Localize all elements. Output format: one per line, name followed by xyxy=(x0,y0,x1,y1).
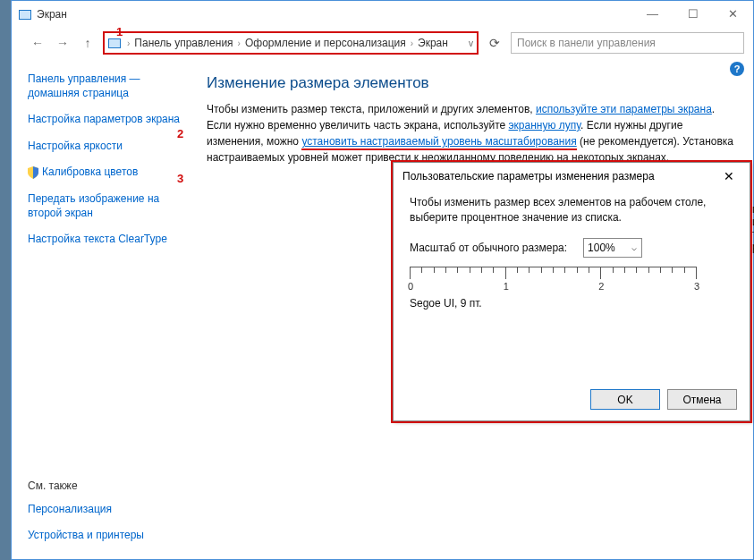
ruler-tick-minor xyxy=(470,267,470,273)
sidebar-item-brightness[interactable]: Настройка яркости xyxy=(28,140,189,154)
sidebar-item-display-params[interactable]: Настройка параметров экрана xyxy=(28,113,189,127)
main: Изменение размера элементов Чтобы измени… xyxy=(199,65,753,559)
forward-button[interactable]: → xyxy=(53,33,72,53)
window-title: Экран xyxy=(37,8,67,21)
external-strip xyxy=(0,0,11,560)
sidebar-item-devices[interactable]: Устройства и принтеры xyxy=(28,529,144,543)
ruler-tick-minor xyxy=(684,267,685,273)
ruler-label: 0 xyxy=(408,281,413,292)
up-button[interactable]: ↑ xyxy=(78,33,97,53)
ruler-tick-minor xyxy=(636,267,637,273)
ruler-label: 1 xyxy=(504,281,509,292)
dialog-body: Чтобы изменить размер всех элементов на … xyxy=(394,190,750,320)
shield-icon xyxy=(28,166,38,179)
maximize-button[interactable]: ☐ xyxy=(673,1,713,26)
ruler-tick-minor xyxy=(613,267,614,273)
sidebar-item-cleartype[interactable]: Настройка текста ClearType xyxy=(28,233,189,247)
link-magnifier[interactable]: экранную лупу xyxy=(509,119,581,132)
breadcrumb-sep: › xyxy=(124,38,132,48)
sidebar-item-label: Калибровка цветов xyxy=(42,165,138,178)
ruler-tick-major xyxy=(696,267,697,279)
ruler-tick-major xyxy=(600,267,601,279)
annotation-1: 1 xyxy=(116,25,123,38)
ruler-tick-minor xyxy=(589,267,589,273)
sidebar: Панель управления — домашняя страница На… xyxy=(12,65,199,559)
scale-select[interactable]: 100% xyxy=(583,238,642,258)
window-controls: — ☐ ✕ xyxy=(632,1,753,26)
ruler-tick-minor xyxy=(553,267,554,273)
ruler-label: 2 xyxy=(598,281,604,292)
annotation-3: 3 xyxy=(177,172,183,185)
ruler-tick-minor xyxy=(457,267,458,273)
breadcrumb-sep: › xyxy=(408,38,416,48)
ok-button[interactable]: OK xyxy=(590,389,660,410)
annotation-2: 2 xyxy=(177,127,183,140)
sidebar-footer: См. также Персонализация Устройства и пр… xyxy=(28,479,144,543)
body: Панель управления — домашняя страница На… xyxy=(12,65,753,559)
dialog-close-button[interactable]: ✕ xyxy=(717,166,741,186)
close-window-button[interactable]: ✕ xyxy=(713,1,753,26)
breadcrumb-dropdown[interactable]: v xyxy=(463,38,473,48)
see-also-heading: См. также xyxy=(28,479,144,492)
body-text: Чтобы изменить размер текста, приложений… xyxy=(207,101,733,165)
nav-row: ← → ↑ › Панель управления › Оформление и… xyxy=(12,28,753,58)
dialog-custom-scaling: Пользовательские параметры изменения раз… xyxy=(393,162,750,421)
ruler-tick-minor xyxy=(493,267,494,273)
ruler-tick-minor xyxy=(434,267,435,273)
ruler-tick-minor xyxy=(445,267,446,273)
ruler-tick-minor xyxy=(421,267,422,273)
breadcrumb[interactable]: › Панель управления › Оформление и персо… xyxy=(103,31,479,55)
breadcrumb-item[interactable]: Оформление и персонализация xyxy=(243,37,408,49)
ruler-tick-minor xyxy=(660,267,661,273)
breadcrumb-item[interactable]: Панель управления xyxy=(132,37,234,49)
dialog-title-text: Пользовательские параметры изменения раз… xyxy=(402,170,655,182)
back-button[interactable]: ← xyxy=(28,33,47,53)
monitor-icon xyxy=(108,38,121,48)
dialog-instructions: Чтобы изменить размер всех элементов на … xyxy=(410,195,733,225)
scale-label: Масштаб от обычного размера: xyxy=(410,242,567,254)
ruler-tick-minor xyxy=(517,267,518,273)
ruler-tick-major xyxy=(410,267,411,279)
cancel-button[interactable]: Отмена xyxy=(667,389,737,410)
scale-row: Масштаб от обычного размера: 100% xyxy=(410,238,733,258)
link-display-params[interactable]: используйте эти параметры экрана xyxy=(536,103,712,115)
ruler-tick-major xyxy=(505,267,506,279)
font-sample: Segoe UI, 9 пт. xyxy=(410,297,733,310)
sidebar-item-home[interactable]: Панель управления — домашняя страница xyxy=(28,72,189,100)
ruler-tick-minor xyxy=(672,267,673,273)
dialog-title: Пользовательские параметры изменения раз… xyxy=(394,163,750,190)
search-placeholder: Поиск в панели управления xyxy=(517,37,656,49)
minimize-button[interactable]: — xyxy=(632,1,673,26)
refresh-button[interactable]: ⟳ xyxy=(484,36,505,50)
scale-value: 100% xyxy=(588,242,615,254)
window: 1 Экран — ☐ ✕ ← → ↑ › Панель управления … xyxy=(11,0,754,560)
breadcrumb-item[interactable]: Экран xyxy=(416,37,450,49)
ruler-tick-minor xyxy=(541,267,542,273)
page-title: Изменение размера элементов xyxy=(207,74,733,92)
ruler-tick-minor xyxy=(624,267,625,273)
ruler-tick-minor xyxy=(481,267,482,273)
ruler-tick-minor xyxy=(577,267,578,273)
ruler-tick-minor xyxy=(648,267,649,273)
link-custom-scaling[interactable]: установить настраиваемый уровень масштаб… xyxy=(301,135,576,150)
sidebar-item-project[interactable]: Передать изображение на второй экран xyxy=(28,192,189,220)
dialog-buttons: OK Отмена xyxy=(590,389,737,410)
ruler-tick-minor xyxy=(564,267,565,273)
ruler[interactable]: 0123 xyxy=(410,267,696,293)
sidebar-item-color-calibration[interactable]: Калибровка цветов xyxy=(28,165,189,180)
sidebar-item-personalization[interactable]: Персонализация xyxy=(28,503,144,517)
search-input[interactable]: Поиск в панели управления xyxy=(511,32,744,54)
breadcrumb-sep: › xyxy=(235,38,243,48)
monitor-icon xyxy=(19,10,31,20)
ruler-tick-minor xyxy=(529,267,529,273)
text: Чтобы изменить размер текста, приложений… xyxy=(207,103,536,115)
ruler-label: 3 xyxy=(694,281,699,292)
